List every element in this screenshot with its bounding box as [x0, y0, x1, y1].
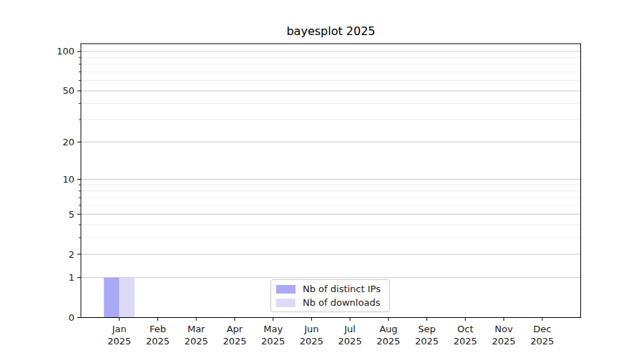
y-tick-label: 1 — [69, 272, 74, 283]
x-tick-label: May2025 — [261, 324, 285, 347]
legend-label-distinct-ips: Nb of distinct IPs — [303, 284, 381, 294]
legend: Nb of distinct IPs Nb of downloads — [270, 279, 390, 312]
y-tick-label: 2 — [69, 249, 74, 260]
x-tick-label: Oct2025 — [454, 324, 477, 347]
x-tick-label: Aug2025 — [376, 324, 400, 347]
plot-frame — [81, 44, 581, 318]
x-tick-label: Jul2025 — [338, 324, 362, 347]
x-tick-label: Nov2025 — [492, 324, 515, 347]
legend-swatch-downloads — [276, 299, 296, 307]
x-tick-label: Jun2025 — [300, 324, 323, 347]
legend-item-distinct-ips: Nb of distinct IPs — [276, 284, 384, 294]
y-tick-label: 50 — [62, 85, 74, 96]
x-tick-label: Jan2025 — [107, 324, 131, 347]
y-tick-label: 100 — [57, 46, 74, 57]
legend-item-downloads: Nb of downloads — [276, 297, 384, 308]
bar-jan-series0 — [104, 278, 119, 318]
x-tick-label: Sep2025 — [415, 324, 439, 347]
legend-swatch-distinct-ips — [276, 285, 296, 294]
x-tick-label: Feb2025 — [146, 324, 170, 347]
bar-jan-series1 — [119, 278, 135, 318]
y-tick-label: 10 — [62, 174, 74, 185]
x-tick-label: Mar2025 — [185, 324, 208, 347]
figure: bayesplot 2025 0125102050100Jan2025Feb20… — [0, 0, 644, 358]
x-tick-label: Dec2025 — [530, 324, 554, 347]
y-tick-label: 20 — [62, 137, 74, 147]
y-tick-label: 0 — [69, 312, 74, 323]
legend-label-downloads: Nb of downloads — [303, 297, 380, 308]
y-tick-label: 5 — [69, 209, 74, 220]
x-tick-label: Apr2025 — [223, 324, 246, 347]
